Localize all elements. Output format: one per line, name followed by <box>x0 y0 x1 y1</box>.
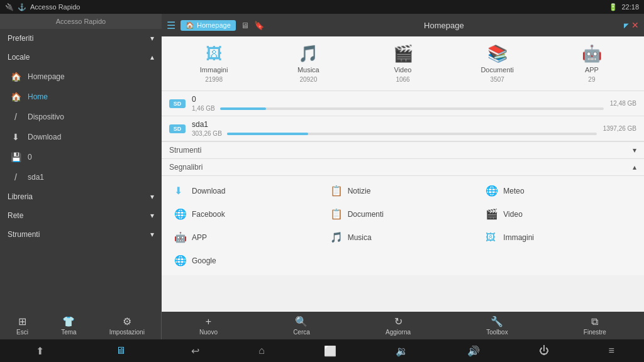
sidebar-item-home[interactable]: 🏠 Home <box>0 87 162 107</box>
monitor-topbar-icon[interactable]: 🖥 <box>241 21 249 30</box>
bookmark-documenti-icon: 📋 <box>330 208 343 220</box>
sidebar-section-libreria[interactable]: Libreria ▾ <box>0 187 162 206</box>
usb-icon: 🔌 <box>5 3 14 11</box>
storage-bar-bg-sda1 <box>227 133 597 135</box>
storage-total-0: 12,48 GB <box>610 100 636 107</box>
bookmarks-grid: ⬇ Download 📋 Notizie 🌐 Meteo 🌐 Facebook … <box>162 176 644 275</box>
category-musica[interactable]: 🎵 Musica 20920 <box>261 44 355 83</box>
rete-label: Rete <box>8 211 23 220</box>
storage-section: SD 0 1,46 GB 12,48 GB SD sda1 <box>162 91 644 141</box>
cerca-icon: 🔍 <box>295 315 308 327</box>
bookmark-meteo[interactable]: 🌐 Meteo <box>480 181 636 200</box>
app-name: APP <box>585 66 599 74</box>
status-left: 🔌 ⚓ Accesso Rapido <box>5 3 80 11</box>
bottom-toolbar: ⊞ Esci 👕 Tema ⚙ Impostazioni + Nuovo 🔍 C… <box>0 312 644 339</box>
cerca-button[interactable]: 🔍 Cerca <box>288 313 315 338</box>
system-bar-center: ↩ ⌂ ⬜ 🔉 🔊 ⏻ ≡ <box>162 345 644 357</box>
volume-down-sys-icon[interactable]: 🔉 <box>396 345 408 357</box>
upload-sys-icon[interactable]: ⬆ <box>36 345 44 357</box>
hamburger-menu[interactable]: ☰ <box>167 19 175 31</box>
dispositivo-icon: / <box>10 112 21 122</box>
sidebar-section-strumenti[interactable]: Strumenti ▾ <box>0 225 162 244</box>
bookmark-notizie-label: Notizie <box>348 187 371 195</box>
back-sys-icon[interactable]: ↩ <box>191 345 199 357</box>
rete-chevron: ▾ <box>150 211 154 220</box>
volume-up-sys-icon[interactable]: 🔊 <box>467 345 480 357</box>
esci-button[interactable]: ⊞ Esci <box>11 313 33 338</box>
bookmark-documenti-label: Documenti <box>348 210 384 219</box>
homepage-badge-icon: 🏠 <box>186 21 194 30</box>
aggiorna-label: Aggiorna <box>386 329 411 336</box>
bookmark-facebook[interactable]: 🌐 Facebook <box>169 204 325 224</box>
toolbox-icon: 🔧 <box>491 315 503 327</box>
category-video[interactable]: 🎬 Video 1066 <box>355 44 450 83</box>
monitor-sys-icon[interactable]: 🖥 <box>116 345 126 356</box>
sidebar-item-zero[interactable]: 💾 0 <box>0 147 162 167</box>
bookmark-topbar-icon[interactable]: 🔖 <box>254 21 264 30</box>
home-label: Home <box>28 92 152 101</box>
bookmark-musica[interactable]: 🎵 Musica <box>325 228 481 247</box>
preferiti-label: Preferiti <box>8 34 33 43</box>
zero-label: 0 <box>28 153 152 162</box>
locale-label: Locale <box>8 53 30 62</box>
storage-bar-bg-0 <box>220 107 604 110</box>
status-bar: 🔌 ⚓ Accesso Rapido 🔋 22:18 <box>0 0 644 14</box>
category-documenti[interactable]: 📚 Documenti 3507 <box>450 44 545 83</box>
close-icon[interactable]: ✕ <box>631 20 639 30</box>
content-title: Homepage <box>269 21 619 30</box>
finestre-button[interactable]: ⧉ Finestre <box>579 314 611 338</box>
documenti-count: 3507 <box>491 76 504 83</box>
download-label: Download <box>28 133 152 141</box>
bookmark-notizie[interactable]: 📋 Notizie <box>325 181 481 200</box>
storage-bar-sda1: 303,26 GB <box>192 130 597 137</box>
bookmark-immagini[interactable]: 🖼 Immagini <box>480 228 636 247</box>
video-count: 1066 <box>396 76 409 83</box>
nuovo-button[interactable]: + Nuovo <box>194 314 223 338</box>
bookmark-documenti[interactable]: 📋 Documenti <box>325 204 481 224</box>
content-toolbar: + Nuovo 🔍 Cerca ↻ Aggiorna 🔧 Toolbox ⧉ F… <box>162 312 644 339</box>
layers-sys-icon[interactable]: ≡ <box>609 345 614 356</box>
toolbox-label: Toolbox <box>486 329 508 336</box>
bookmark-musica-label: Musica <box>348 233 372 242</box>
sidebar-section-rete[interactable]: Rete ▾ <box>0 206 162 225</box>
category-app[interactable]: 🤖 APP 29 <box>545 44 639 83</box>
segnalibri-section-header[interactable]: Segnalibri ▴ <box>162 159 644 176</box>
strumenti-section-header[interactable]: Strumenti ▾ <box>162 141 644 159</box>
segnalibri-label: Segnalibri <box>169 163 203 172</box>
bookmark-app-icon: 🤖 <box>174 231 187 243</box>
sidebar-item-dispositivo[interactable]: / Dispositivo <box>0 107 162 127</box>
sidebar-item-homepage[interactable]: 🏠 Homepage <box>0 67 162 87</box>
content-area: ☰ 🏠 Homepage 🖥 🔖 Homepage ◤ ✕ 🖼 Immagini… <box>162 14 644 312</box>
nuovo-label: Nuovo <box>199 329 218 336</box>
tema-button[interactable]: 👕 Tema <box>56 313 81 338</box>
home-sys-icon[interactable]: ⌂ <box>258 345 265 356</box>
bookmark-video-label: Video <box>503 210 522 219</box>
sda1-label: sda1 <box>28 173 152 182</box>
sidebar-section-locale[interactable]: Locale ▴ <box>0 48 162 67</box>
bookmark-google[interactable]: 🌐 Google <box>169 251 325 270</box>
aggiorna-button[interactable]: ↻ Aggiorna <box>380 313 416 338</box>
bookmark-immagini-icon: 🖼 <box>486 232 498 243</box>
bookmark-video[interactable]: 🎬 Video <box>480 204 636 224</box>
app-icon: 🤖 <box>582 44 602 63</box>
bookmark-app[interactable]: 🤖 APP <box>169 228 325 247</box>
sidebar-item-download[interactable]: ⬇ Download <box>0 127 162 147</box>
sidebar-item-sda1[interactable]: / sda1 <box>0 167 162 187</box>
resize-icon[interactable]: ◤ <box>624 22 629 29</box>
impostazioni-button[interactable]: ⚙ Impostazioni <box>104 313 150 338</box>
strumenti-sidebar-label: Strumenti <box>8 230 40 239</box>
recent-sys-icon[interactable]: ⬜ <box>324 345 336 357</box>
battery-icon: 🔋 <box>609 3 618 11</box>
strumenti-chevron-down: ▾ <box>633 146 636 155</box>
sidebar-toolbar: ⊞ Esci 👕 Tema ⚙ Impostazioni <box>0 312 162 339</box>
bookmark-download[interactable]: ⬇ Download <box>169 181 325 200</box>
topbar-right-controls: ◤ ✕ <box>624 20 639 30</box>
status-right: 🔋 22:18 <box>609 3 639 11</box>
power-sys-icon[interactable]: ⏻ <box>539 345 549 356</box>
storage-item-sda1[interactable]: SD sda1 303,26 GB 1397,26 GB <box>162 116 644 141</box>
category-immagini[interactable]: 🖼 Immagini 21998 <box>167 44 261 83</box>
sidebar-section-preferiti[interactable]: Preferiti ▾ <box>0 29 162 48</box>
sd-badge-sda1: SD <box>169 124 186 133</box>
storage-item-0[interactable]: SD 0 1,46 GB 12,48 GB <box>162 91 644 116</box>
toolbox-button[interactable]: 🔧 Toolbox <box>481 313 513 338</box>
